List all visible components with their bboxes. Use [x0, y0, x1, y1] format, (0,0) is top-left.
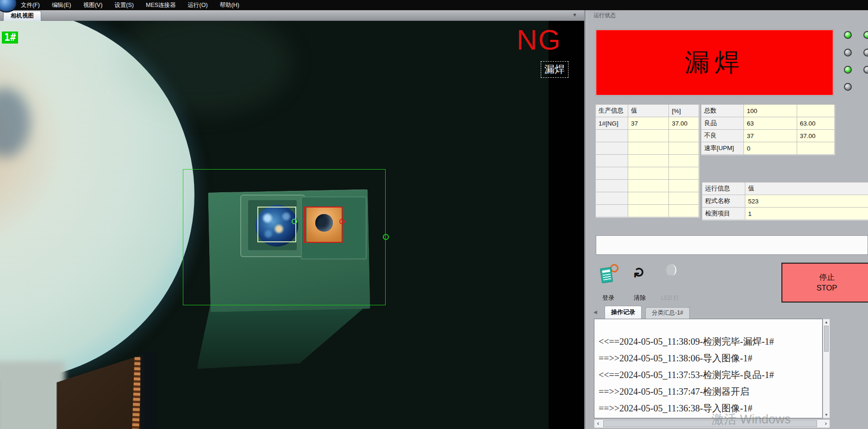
table-row	[596, 167, 699, 180]
chevron-down-icon[interactable]: ▼	[572, 12, 577, 18]
fixture-shadow	[140, 353, 158, 429]
cell-label: 不良	[701, 130, 744, 142]
cell-value: 63	[744, 117, 797, 130]
led-indicator	[844, 83, 852, 91]
cell-value: 37	[744, 130, 797, 142]
defect-label: 漏焊	[541, 61, 568, 78]
scroll-up-icon[interactable]: ▲	[823, 320, 830, 324]
cell-label: 程式名称	[702, 195, 745, 208]
clear-button[interactable]: 清除	[634, 294, 646, 302]
operation-log-list: <<==2024-05-05_11:38:09-检测完毕-漏焊-1# ==>>2…	[594, 319, 823, 418]
log-entry: <<==2024-05-05_11:37:53-检测完毕-良品-1#	[594, 366, 822, 383]
column-header: 运行信息	[702, 183, 745, 195]
cell-value: 0	[744, 142, 797, 155]
table-row: 1#[NG] 37 37.00	[596, 117, 699, 130]
station-badge: 1#	[2, 32, 18, 44]
tab-scroll-left-icon[interactable]: ◀	[593, 309, 597, 315]
camera-view: 1# NG 漏焊	[0, 21, 584, 429]
status-pane: 运行状态 漏焊 生产信息 值 [%] 1#[NG] 37 37.00	[587, 10, 868, 429]
menu-mes-connector[interactable]: MES连接器	[140, 0, 182, 10]
column-header: 值	[628, 105, 668, 117]
cell-value: 1	[745, 208, 868, 220]
scrollbar-thumb[interactable]	[824, 326, 829, 352]
activate-windows-watermark: 激活 Windows	[712, 411, 791, 428]
scroll-left-icon[interactable]: ‹	[594, 420, 602, 428]
led-indicator	[863, 31, 868, 39]
bulb-icon	[666, 264, 676, 276]
log-tabstrip: ◀ 操作记录 分类汇总-1#	[587, 305, 868, 319]
cell-value: 100	[744, 105, 797, 117]
clear-icon[interactable]: ↻	[631, 264, 648, 281]
cell-label: 检测项目	[702, 208, 745, 220]
led-indicator	[844, 31, 852, 39]
stop-button[interactable]: 停止 STOP	[781, 263, 868, 303]
table-row	[596, 155, 699, 167]
cell-percent	[797, 142, 834, 155]
menu-settings[interactable]: 设置(S)	[108, 0, 140, 10]
log-entry: ==>>2024-05-05_11:37:47-检测器开启	[594, 383, 822, 400]
login-button[interactable]: 登录	[602, 294, 614, 302]
scroll-right-icon[interactable]: ›	[822, 420, 830, 428]
log-spacer	[594, 319, 822, 333]
cell-label: 速率[UPM]	[701, 142, 744, 155]
login-icon[interactable]	[600, 263, 618, 284]
menu-view[interactable]: 视图(V)	[77, 0, 109, 10]
menu-help[interactable]: 帮助(H)	[214, 0, 245, 10]
cell-percent: 37.00	[797, 130, 834, 142]
stop-label-en: STOP	[817, 283, 837, 293]
table-row	[596, 142, 699, 155]
scroll-down-icon[interactable]: ▼	[823, 413, 830, 417]
column-header: [%]	[669, 105, 699, 117]
led-lamp-icon	[666, 264, 677, 282]
bulb-base	[668, 275, 674, 280]
log-entry: ==>>2024-05-05_11:38:06-导入图像-1#	[594, 350, 822, 366]
cell-label: 良品	[701, 117, 744, 130]
camera-tab-bar: 相机视图 ▼	[0, 10, 584, 21]
table-row: 良品 63 63.00	[701, 117, 835, 130]
table-row: 检测项目 1	[702, 208, 868, 220]
stop-label-cn: 停止	[819, 272, 835, 283]
menu-edit[interactable]: 编辑(E)	[46, 0, 77, 10]
corner-highlight	[0, 361, 65, 429]
cell-value: 37	[628, 117, 668, 130]
column-header: 值	[745, 183, 868, 195]
table-row: 程式名称 523	[702, 195, 868, 208]
table-row: 不良 37 37.00	[701, 130, 835, 142]
led-indicator	[863, 66, 868, 74]
menu-run[interactable]: 运行(O)	[182, 0, 214, 10]
cell-percent	[797, 105, 834, 117]
table-row: 生产信息 值 [%]	[596, 105, 699, 117]
table-row: 总数 100	[701, 105, 835, 117]
id-badge-icon	[600, 267, 613, 283]
app-window: 文件(F) 编辑(E) 视图(V) 设置(S) MES连接器 运行(O) 帮助(…	[0, 0, 868, 429]
tab-category-summary[interactable]: 分类汇总-1#	[645, 307, 690, 319]
menu-bar: 文件(F) 编辑(E) 视图(V) 设置(S) MES连接器 运行(O) 帮助(…	[0, 0, 868, 10]
roi-notch	[383, 234, 389, 240]
cell-percent: 37.00	[669, 117, 699, 130]
cell-percent: 63.00	[797, 117, 834, 130]
cell-station: 1#[NG]	[596, 117, 628, 130]
run-info-table: 运行信息 值 程式名称 523 检测项目 1	[702, 182, 868, 220]
led-light-button[interactable]: LED 灯	[661, 294, 679, 302]
cell-value: 523	[745, 195, 868, 208]
log-vertical-scrollbar[interactable]: ▲ ▼	[823, 319, 830, 418]
table-row	[596, 180, 699, 192]
cell-label: 总数	[701, 105, 744, 117]
table-row: 运行信息 值	[702, 183, 868, 195]
menu-file[interactable]: 文件(F)	[15, 0, 46, 10]
log-entry: <<==2024-05-05_11:38:09-检测完毕-漏焊-1#	[594, 333, 822, 350]
result-text: NG	[517, 23, 562, 56]
column-header: 生产信息	[596, 105, 628, 117]
stats-table: 总数 100 良品 63 63.00 不良 37 37.00 速率[UPM] 0	[701, 104, 835, 155]
production-table: 生产信息 值 [%] 1#[NG] 37 37.00	[595, 104, 699, 217]
component-shadow	[197, 304, 368, 372]
menu-row: 文件(F) 编辑(E) 视图(V) 设置(S) MES连接器 运行(O) 帮助(…	[15, 0, 245, 10]
alert-banner: 漏焊	[596, 30, 833, 95]
table-row	[596, 192, 699, 205]
tab-operation-log[interactable]: 操作记录	[605, 306, 642, 319]
camera-black-region	[549, 21, 584, 429]
inspection-roi-box	[183, 169, 386, 305]
message-box	[596, 235, 868, 255]
table-row: 速率[UPM] 0	[701, 142, 835, 155]
led-indicator	[844, 66, 852, 74]
